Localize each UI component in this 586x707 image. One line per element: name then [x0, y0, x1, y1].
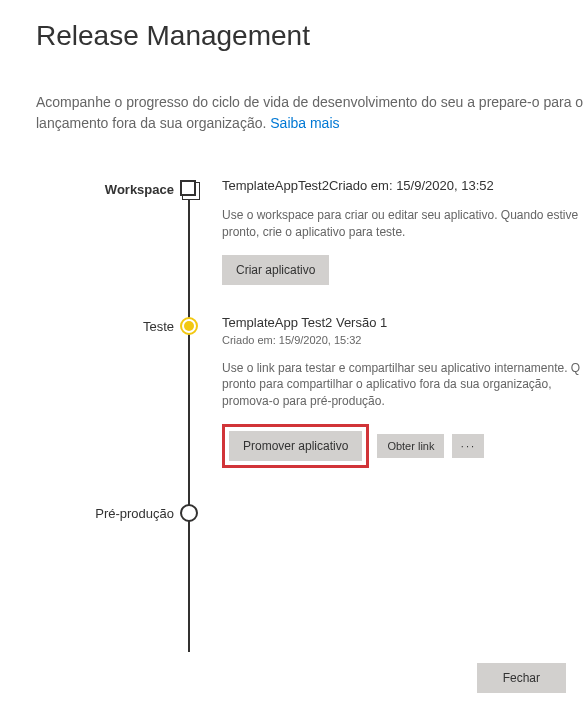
- intro-text: Acompanhe o progresso do ciclo de vida d…: [36, 92, 586, 134]
- page-title: Release Management: [36, 20, 586, 52]
- learn-more-link[interactable]: Saiba mais: [270, 115, 339, 131]
- promote-highlight: Promover aplicativo: [222, 424, 369, 468]
- more-options-button[interactable]: ···: [452, 434, 484, 458]
- stage-test-label: Teste: [36, 319, 174, 334]
- intro-line-1: Acompanhe o progresso do ciclo de vida d…: [36, 94, 475, 110]
- create-app-button[interactable]: Criar aplicativo: [222, 255, 329, 285]
- test-desc: Use o link para testar e compartilhar se…: [222, 360, 586, 410]
- workspace-title: TemplateAppTest2Criado em: 15/9/2020, 13…: [222, 178, 586, 193]
- test-title: TemplateApp Test2 Versão 1: [222, 315, 586, 330]
- preprod-node-icon: [180, 504, 198, 522]
- close-button[interactable]: Fechar: [477, 663, 566, 693]
- stage-test: Teste TemplateApp Test2 Versão 1 Criado …: [186, 315, 586, 468]
- test-created: Criado em: 15/9/2020, 15:32: [222, 334, 586, 346]
- workspace-icon: [180, 180, 196, 196]
- workspace-desc: Use o workspace para criar ou editar seu…: [222, 207, 586, 241]
- stage-workspace-label: Workspace: [36, 182, 174, 197]
- stage-workspace: Workspace TemplateAppTest2Criado em: 15/…: [186, 178, 586, 285]
- promote-app-button[interactable]: Promover aplicativo: [229, 431, 362, 461]
- test-node-icon: [180, 317, 198, 335]
- release-timeline: Workspace TemplateAppTest2Criado em: 15/…: [36, 178, 586, 542]
- dialog-footer: Fechar: [477, 663, 566, 693]
- stage-preprod-label: Pré-produção: [36, 506, 174, 521]
- stage-preproduction: Pré-produção: [186, 502, 586, 542]
- get-link-button[interactable]: Obter link: [377, 434, 444, 458]
